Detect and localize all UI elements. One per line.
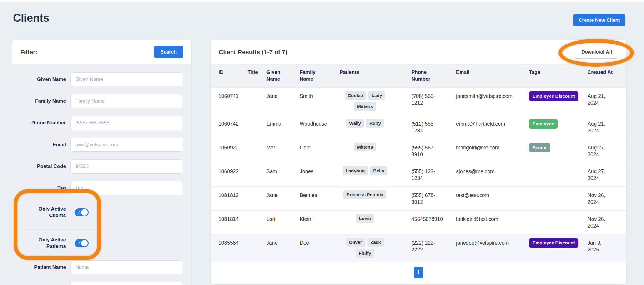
cell-patients: OliverZackFluffy	[340, 234, 390, 262]
patient-chip: Wally	[346, 119, 364, 128]
filter-field-input[interactable]	[70, 72, 183, 86]
cell-email: loriklein@test.com	[456, 211, 529, 227]
cell-family-name: Doe	[300, 234, 340, 251]
check-icon: ✓	[77, 241, 81, 246]
cell-phone-number: (512) 555-1234	[411, 115, 440, 138]
cell-created-at: Aug 27, 2024	[588, 139, 609, 162]
cell-family-name: Jones	[300, 163, 340, 179]
filter-field-input[interactable]	[70, 260, 183, 274]
cell-title	[248, 139, 266, 149]
cell-family-name: Klein	[300, 211, 340, 227]
patient-chip: Lady	[368, 91, 385, 100]
table-row[interactable]: 1081813 Jane Bennett Princess Petunia (5…	[211, 187, 626, 211]
cell-email: test@test.com	[456, 187, 529, 203]
filter-field-row: Family Name	[20, 94, 183, 108]
cell-created-at: Aug 27, 2024	[588, 163, 609, 186]
cell-family-name: Woodhouse	[300, 115, 340, 131]
filter-field-input[interactable]	[70, 138, 183, 152]
column-header: ID	[218, 69, 248, 83]
cell-family-name: Smith	[300, 88, 340, 104]
cell-phone-number: (222) 222-2222	[411, 234, 440, 257]
toggle-switch-on[interactable]: ✓	[75, 239, 89, 247]
column-header: Title	[248, 69, 266, 83]
toggle-label: Only Active Clients	[20, 206, 66, 219]
filter-field-input[interactable]	[70, 159, 183, 174]
patient-chip: Fluffy	[356, 249, 374, 258]
cell-id: 1060742	[218, 115, 248, 131]
cell-id: 1081814	[218, 211, 248, 227]
filter-field-row-partial	[20, 282, 183, 285]
filter-field-input[interactable]	[70, 181, 183, 195]
table-row[interactable]: 1060922 Sam Jones LadybugBella (555) 123…	[211, 163, 626, 187]
patient-chip: Zack	[367, 238, 384, 247]
column-header: Tags	[529, 69, 588, 83]
cell-created-at: Nov 26, 2024	[588, 211, 609, 234]
cell-title	[248, 88, 266, 97]
filter-field-input[interactable]	[70, 116, 183, 130]
table-row[interactable]: 1060920 Mari Gold Mittens (555) 567-8910…	[211, 139, 626, 163]
page-title: Clients	[13, 12, 49, 24]
filter-field-label: Patient Name	[20, 264, 66, 271]
toggle-divider	[19, 229, 107, 230]
table-row[interactable]: 1081814 Lori Klein Lovie 45645678910 lor…	[211, 211, 626, 234]
cell-phone-number: (708) 555-1212	[411, 88, 440, 111]
filter-field-row: Patient Name	[20, 260, 183, 274]
cell-family-name: Gold	[300, 139, 340, 155]
pagination: 1	[211, 262, 626, 278]
partial-input[interactable]	[70, 282, 183, 285]
cell-given-name: Sam	[266, 163, 300, 179]
cell-id: 1060741	[218, 88, 248, 104]
patient-chip: Princess Petunia	[343, 190, 387, 199]
patient-chip: Lovie	[356, 214, 374, 223]
create-new-client-button[interactable]: Create New Client	[573, 14, 625, 26]
filter-body: Given Name Family Name Phone Number Emai…	[12, 64, 191, 285]
filter-toggle-row: Only Active Clients ✓	[20, 203, 183, 222]
cell-tags: Employee Discount	[529, 88, 588, 105]
check-icon: ✓	[77, 210, 81, 215]
top-strip	[0, 0, 644, 2]
cell-patients: Lovie	[340, 211, 390, 227]
filter-header: Filter: Search	[12, 40, 191, 64]
filter-heading: Filter:	[20, 49, 37, 56]
cell-patients: LadybugBella	[340, 163, 390, 179]
cell-id: 1060920	[218, 139, 248, 155]
cell-title	[248, 115, 266, 125]
cell-patients: Princess Petunia	[340, 187, 390, 203]
cell-given-name: Jane	[266, 88, 300, 104]
patient-chip: Ladybug	[343, 166, 368, 175]
cell-email: marigold@me.com	[456, 139, 529, 155]
cell-created-at: Aug 21, 2024	[588, 115, 609, 138]
download-all-button[interactable]: Download All	[575, 46, 618, 59]
toggle-knob	[81, 209, 88, 216]
tag-chip: Employee Discount	[529, 91, 578, 101]
cell-given-name: Jane	[266, 187, 300, 203]
filter-panel: Filter: Search Given Name Family Name Ph…	[12, 40, 191, 285]
cell-tags: Senior	[529, 139, 588, 156]
cell-tags: Employee	[529, 115, 588, 133]
patient-chip: Bella	[370, 166, 387, 175]
patient-chip: Mittens	[354, 102, 376, 111]
filter-field-label: Postal Code	[20, 163, 66, 170]
filter-field-label: Given Name	[20, 76, 66, 83]
filter-toggle-row: Only Active Patients ✓	[20, 234, 183, 253]
table-row[interactable]: 1060742 Emma Woodhouse WallyRuby (512) 5…	[211, 115, 626, 139]
toggle-switch-on[interactable]: ✓	[75, 208, 89, 216]
filter-field-row: Tag	[20, 181, 183, 195]
cell-email: janesmith@vetspire.com	[456, 88, 529, 104]
cell-id: 1060922	[218, 163, 248, 179]
cell-created-at: Nov 26, 2024	[588, 187, 609, 210]
cell-phone-number: 45645678910	[411, 211, 440, 227]
page-1-button[interactable]: 1	[414, 267, 423, 278]
tag-chip: Employee	[529, 119, 558, 129]
patient-chip: Cookie	[345, 91, 366, 100]
filter-field-label: Phone Number	[20, 120, 66, 126]
filter-field-input[interactable]	[70, 94, 183, 108]
cell-family-name: Bennett	[300, 187, 340, 203]
cell-title	[248, 211, 266, 220]
search-button[interactable]: Search	[154, 46, 183, 58]
table-row[interactable]: 1085564 Jane Doe OliverZackFluffy (222) …	[211, 234, 626, 262]
filter-field-row: Email	[20, 138, 183, 152]
table-row[interactable]: 1060741 Jane Smith CookieLadyMittens (70…	[211, 88, 626, 115]
filter-field-label: Tag	[20, 185, 66, 191]
cell-patients: WallyRuby	[340, 115, 390, 132]
